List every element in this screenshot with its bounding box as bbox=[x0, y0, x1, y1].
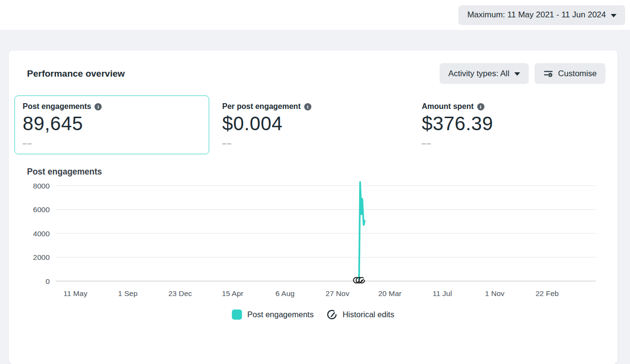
svg-text:1 Sep: 1 Sep bbox=[118, 289, 138, 297]
metric-cards-row: Post engagements i 89,645 –– Per post en… bbox=[14, 95, 608, 154]
metric-label: Amount spent bbox=[422, 102, 474, 111]
svg-text:23 Dec: 23 Dec bbox=[168, 289, 192, 297]
metric-label: Per post engagement bbox=[222, 102, 301, 111]
info-icon[interactable]: i bbox=[94, 103, 102, 110]
svg-text:27 Nov: 27 Nov bbox=[326, 289, 349, 297]
header-actions: Activity types: All bbox=[440, 63, 605, 84]
svg-text:1 Nov: 1 Nov bbox=[485, 289, 505, 297]
svg-text:15 Apr: 15 Apr bbox=[222, 289, 243, 297]
series-swatch-icon bbox=[232, 310, 242, 320]
legend-label: Historical edits bbox=[343, 310, 394, 319]
svg-text:6000: 6000 bbox=[33, 205, 50, 214]
sliders-gear-icon bbox=[543, 68, 553, 79]
caret-down-icon bbox=[611, 14, 617, 17]
svg-text:11 Jul: 11 Jul bbox=[432, 289, 452, 297]
metric-delta: –– bbox=[222, 139, 401, 147]
metric-value: $376.39 bbox=[422, 113, 600, 135]
metric-delta: –– bbox=[23, 139, 201, 147]
legend-item-post-engagements: Post engagements bbox=[232, 310, 314, 320]
legend-item-historical-edits: Historical edits bbox=[326, 309, 394, 320]
svg-text:0: 0 bbox=[45, 277, 50, 285]
panel-header: Performance overview Activity types: All bbox=[9, 63, 617, 84]
metric-delta: –– bbox=[422, 139, 600, 147]
engagement-chart[interactable]: 0200040006000800011 May1 Sep23 Dec15 Apr… bbox=[9, 180, 617, 303]
page-title: Performance overview bbox=[27, 68, 125, 79]
metric-label: Post engagements bbox=[23, 102, 91, 111]
date-range-selector[interactable]: Maximum: 11 May 2021 - 11 Jun 2024 bbox=[458, 5, 625, 25]
info-icon[interactable]: i bbox=[477, 103, 484, 110]
customise-label: Customise bbox=[558, 69, 597, 79]
chart-title: Post engagements bbox=[27, 167, 617, 177]
svg-text:11 May: 11 May bbox=[63, 289, 87, 297]
metric-card-per-post-engagement[interactable]: Per post engagement i $0.004 –– bbox=[214, 95, 409, 154]
svg-text:6 Aug: 6 Aug bbox=[275, 289, 295, 297]
metric-card-amount-spent[interactable]: Amount spent i $376.39 –– bbox=[414, 95, 608, 154]
activity-types-dropdown[interactable]: Activity types: All bbox=[440, 63, 529, 84]
info-icon[interactable]: i bbox=[304, 103, 311, 110]
svg-text:4000: 4000 bbox=[33, 229, 50, 238]
svg-text:8000: 8000 bbox=[33, 182, 50, 190]
chart-legend: Post engagements Historical edits bbox=[9, 309, 617, 320]
pencil-circle-icon bbox=[326, 309, 337, 320]
customise-button[interactable]: Customise bbox=[535, 63, 605, 84]
svg-text:2000: 2000 bbox=[33, 253, 50, 261]
date-range-label: Maximum: 11 May 2021 - 11 Jun 2024 bbox=[467, 10, 606, 20]
engagement-chart-svg[interactable]: 0200040006000800011 May1 Sep23 Dec15 Apr… bbox=[17, 180, 608, 301]
top-bar: Maximum: 11 May 2021 - 11 Jun 2024 bbox=[0, 0, 630, 30]
activity-types-label: Activity types: All bbox=[448, 69, 509, 79]
metric-value: $0.004 bbox=[222, 113, 401, 135]
svg-text:22 Feb: 22 Feb bbox=[536, 289, 559, 297]
performance-overview-panel: Performance overview Activity types: All bbox=[9, 51, 617, 364]
svg-text:20 Mar: 20 Mar bbox=[378, 289, 402, 297]
caret-down-icon bbox=[514, 72, 520, 76]
metric-card-post-engagements[interactable]: Post engagements i 89,645 –– bbox=[14, 95, 209, 154]
metric-value: 89,645 bbox=[23, 113, 201, 135]
legend-label: Post engagements bbox=[247, 310, 314, 319]
